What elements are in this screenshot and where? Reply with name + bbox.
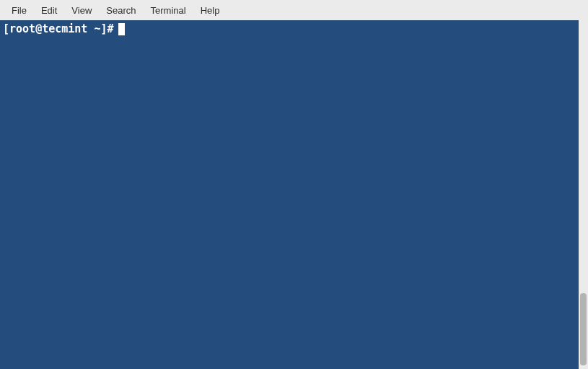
shell-prompt: [root@tecmint ~]# [3,22,114,37]
menu-view[interactable]: View [64,2,99,19]
scrollbar-track[interactable] [579,20,588,369]
menu-search[interactable]: Search [99,2,143,19]
scrollbar-thumb[interactable] [580,293,587,365]
menu-file[interactable]: File [4,2,34,19]
menu-terminal[interactable]: Terminal [144,2,193,19]
menubar: File Edit View Search Terminal Help [0,0,588,20]
terminal-content[interactable]: [root@tecmint ~]# [0,20,579,369]
menu-edit[interactable]: Edit [34,2,64,19]
menu-help[interactable]: Help [193,2,227,19]
prompt-line: [root@tecmint ~]# [3,22,576,37]
cursor-icon [118,23,125,35]
